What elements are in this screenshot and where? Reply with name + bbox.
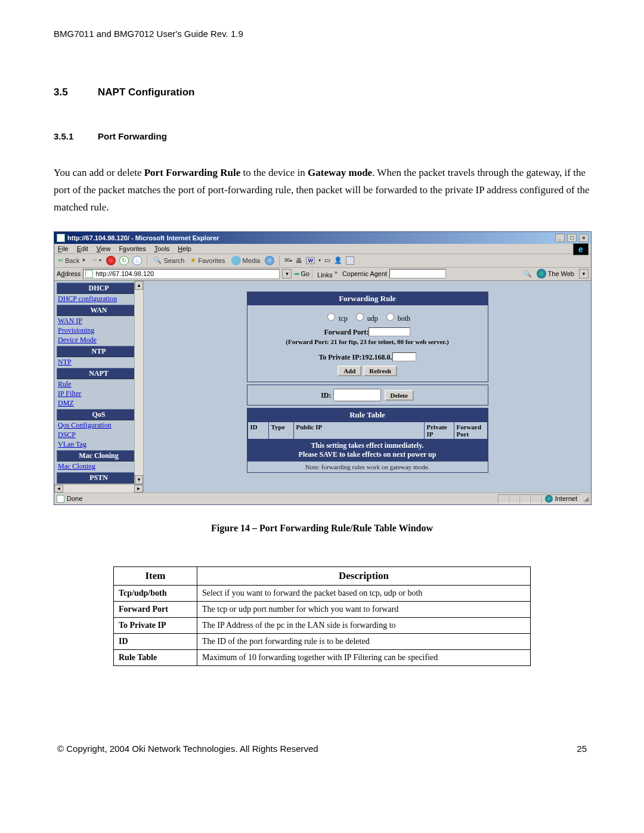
refresh-icon[interactable]: ↻ [119, 256, 129, 265]
sidebar-link[interactable]: IP Filter [57, 389, 141, 399]
rule-table-header: Rule Table [247, 408, 488, 422]
search-button[interactable]: 🔍Search [152, 256, 185, 265]
copernic-search-input[interactable] [389, 269, 446, 278]
menu-view[interactable]: View [97, 245, 111, 252]
sidebar-link[interactable]: DMZ [57, 399, 141, 408]
table-cell-desc: Select if you want to forward the packet… [197, 585, 531, 601]
footer-page-number: 25 [577, 744, 587, 754]
table-row: Rule TableMaximum of 10 forwarding toget… [114, 649, 531, 665]
table-row: Forward PortThe tcp or udp port number f… [114, 601, 531, 617]
table-cell-desc: Maximum of 10 forwarding together with I… [197, 649, 531, 665]
private-ip-input[interactable] [392, 352, 416, 361]
status-bar: Done Internet ◢ [54, 493, 591, 504]
radio-both[interactable]: both [383, 314, 410, 323]
description-table: Item Description Tcp/udp/bothSelect if y… [113, 566, 531, 666]
footer-copyright: © Copyright, 2004 Oki Network Technologi… [57, 744, 318, 754]
table-cell-item: Forward Port [114, 601, 197, 617]
status-internet: Internet [555, 495, 577, 502]
scroll-up-icon[interactable]: ▲ [135, 281, 143, 290]
home-icon[interactable]: ⌂ [132, 256, 142, 265]
col-header-description: Description [197, 566, 531, 585]
resize-grip-icon[interactable]: ◢ [581, 495, 589, 503]
table-cell-item: Tcp/udp/both [114, 585, 197, 601]
favorites-button[interactable]: ★Favorites [189, 256, 226, 265]
theweb-dropdown-arrow[interactable]: ▼ [579, 269, 589, 278]
notice-banner: This setting takes effect immediately. P… [247, 439, 488, 462]
print-icon[interactable]: 🖶 [296, 257, 302, 264]
sidebar-link[interactable]: WAN IP [57, 317, 141, 326]
address-dropdown[interactable]: ▼ [282, 269, 292, 278]
discuss-icon[interactable]: ▭ [324, 256, 330, 264]
sidebar-header: PSTN [57, 472, 141, 484]
close-button[interactable]: × [579, 234, 589, 242]
delete-button[interactable]: Delete [385, 390, 414, 401]
add-button[interactable]: Add [338, 366, 361, 376]
col-header-item: Item [114, 566, 197, 585]
stop-icon[interactable] [106, 256, 116, 265]
sidebar-link[interactable]: Mac Cloning [57, 462, 141, 472]
section-number: 3.5 [54, 86, 95, 98]
col-type: Type [269, 422, 294, 439]
forward-button[interactable]: ⇒▾ [91, 256, 103, 265]
sidebar-link[interactable]: Qos Configuration [57, 421, 141, 431]
doc-header: BMG7011 and BMG7012 User's Guide Rev. 1.… [54, 29, 590, 39]
forward-port-label: Forward Port: [324, 328, 369, 336]
sidebar-link[interactable]: Device Mode [57, 336, 141, 345]
window-title: http://67.104.98.120/ - Microsoft Intern… [67, 234, 219, 241]
sidebar-link[interactable]: Provisioning [57, 326, 141, 336]
the-web-dropdown[interactable]: The Web [534, 269, 577, 278]
radio-both-label: both [398, 314, 410, 323]
sidebar-link[interactable]: NTP [57, 358, 141, 367]
links-label: Links » [315, 270, 340, 278]
sidebar-link[interactable]: Rule [57, 380, 141, 389]
radio-tcp-label: tcp [339, 314, 348, 323]
sidebar-link[interactable]: VLan Tag [57, 440, 141, 450]
refresh-button[interactable]: Refresh [363, 366, 397, 376]
mail-icon[interactable]: ✉▾ [284, 256, 292, 264]
star-icon: ★ [190, 256, 196, 264]
menu-file[interactable]: File [58, 245, 69, 252]
forward-arrow-icon: ⇒ [92, 256, 97, 264]
messenger-icon[interactable]: 👤 [334, 256, 342, 264]
table-cell-item: To Private IP [114, 617, 197, 633]
menu-help[interactable]: Help [178, 245, 191, 252]
text: to the device in [240, 167, 308, 178]
scroll-down-icon[interactable]: ▼ [135, 475, 143, 484]
minimize-button[interactable]: _ [555, 234, 565, 242]
menu-tools[interactable]: Tools [154, 245, 170, 252]
back-button[interactable]: ⇐Back▼ [57, 256, 87, 265]
scroll-right-icon[interactable]: ► [134, 485, 143, 493]
main-content: Forwarding Rule tcp udp both Forward Por… [144, 281, 591, 493]
radio-tcp[interactable]: tcp [324, 314, 348, 323]
id-input[interactable] [333, 389, 381, 401]
radio-udp[interactable]: udp [353, 314, 378, 323]
scroll-left-icon[interactable]: ◄ [54, 485, 63, 493]
notice-line2: Please SAVE to take effects on next powe… [249, 450, 486, 460]
go-button[interactable]: ➡Go [294, 270, 309, 278]
menu-edit[interactable]: Edit [77, 245, 88, 252]
sidebar-h-scrollbar[interactable]: ◄ ► [54, 484, 143, 493]
col-private-ip: Private IP [425, 422, 454, 439]
word-icon[interactable]: W [306, 257, 315, 264]
address-input[interactable]: http://67.104.98.120 [95, 270, 277, 277]
sidebar: DHCPDHCP configurationWANWAN IPProvision… [54, 281, 144, 493]
col-public-ip: Public IP [294, 422, 425, 439]
sidebar-link[interactable]: DHCP configuration [57, 295, 141, 304]
maximize-button[interactable]: □ [567, 234, 577, 242]
copernic-go-icon[interactable]: 🔍 [524, 270, 532, 278]
sidebar-link[interactable]: DSCP [57, 431, 141, 440]
sidebar-header: NAPT [57, 368, 141, 379]
ie-page-icon [57, 234, 65, 242]
globe-icon [537, 269, 546, 278]
sidebar-v-scrollbar[interactable]: ▲ ▼ [134, 281, 143, 484]
media-button[interactable]: Media [230, 255, 262, 266]
sidebar-header: NTP [57, 346, 141, 357]
history-icon[interactable] [265, 256, 274, 265]
go-icon: ➡ [294, 270, 299, 278]
forward-port-input[interactable] [369, 327, 410, 336]
menu-favorites[interactable]: Favorites [119, 245, 145, 252]
media-icon [231, 256, 241, 265]
extra-icon[interactable] [346, 256, 354, 265]
subsection-title: Port Forwarding [98, 131, 167, 141]
back-arrow-icon: ⇐ [58, 256, 63, 264]
